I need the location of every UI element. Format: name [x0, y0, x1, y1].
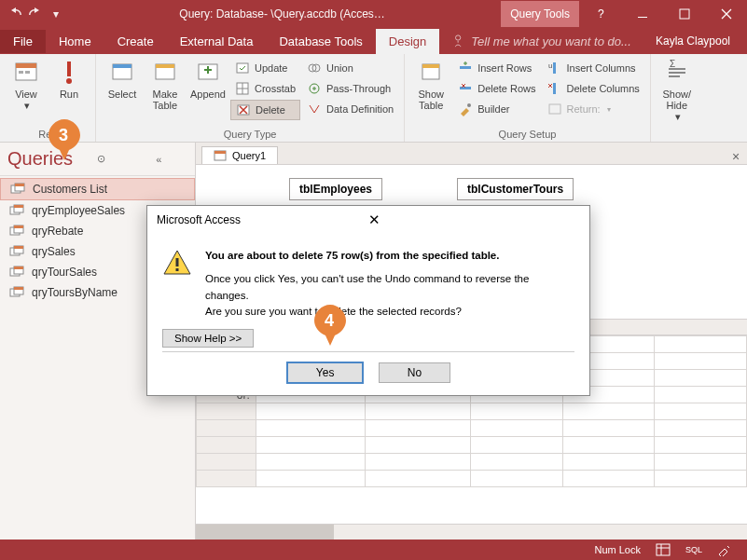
dialog-title: Microsoft Access: [157, 213, 368, 226]
data-definition-button[interactable]: Data Definition: [302, 100, 398, 118]
dialog-close-icon[interactable]: ✕: [368, 212, 580, 228]
svg-rect-45: [14, 266, 23, 269]
svg-rect-51: [657, 544, 670, 555]
group-query-type-label: Query Type: [102, 128, 398, 141]
svg-point-9: [66, 78, 72, 84]
dialog-body: Once you click Yes, you can't use the Un…: [205, 273, 529, 317]
svg-rect-2: [680, 9, 689, 19]
dialog-heading: You are about to delete 75 row(s) from t…: [205, 250, 499, 261]
view-design-icon[interactable]: [710, 543, 740, 556]
svg-rect-8: [67, 61, 71, 76]
crosstab-button[interactable]: Crosstab: [230, 79, 300, 98]
undo-icon[interactable]: [7, 7, 22, 21]
svg-rect-1: [638, 17, 647, 18]
menu-external-data[interactable]: External Data: [167, 30, 267, 53]
nav-collapse-icon[interactable]: «: [131, 152, 187, 167]
confirm-delete-dialog: Microsoft Access ✕ You are about to dele…: [146, 205, 590, 396]
menu-design[interactable]: Design: [376, 29, 439, 54]
status-numlock: Num Lock: [587, 544, 648, 555]
svg-point-3: [456, 35, 461, 40]
svg-rect-28: [553, 83, 556, 94]
nav-item-customers-list[interactable]: Customers List: [0, 178, 195, 200]
document-tabs: Query1 ×: [196, 143, 747, 165]
select-query-button[interactable]: Select: [102, 57, 143, 102]
svg-text:4: 4: [325, 311, 334, 330]
tell-me-placeholder: Tell me what you want to do...: [471, 34, 631, 48]
svg-rect-52: [176, 258, 179, 266]
window-title: Query: Database- \Query.accdb (Acces…: [63, 7, 501, 20]
nav-header[interactable]: Queries ⊙ «: [0, 143, 195, 176]
svg-rect-5: [16, 63, 36, 68]
svg-rect-53: [176, 268, 179, 271]
table-box-customertours[interactable]: tblCustomerTours: [457, 178, 574, 200]
delete-query-button[interactable]: Delete: [230, 100, 300, 120]
svg-rect-39: [14, 225, 23, 228]
nav-dropdown-icon[interactable]: ⊙: [73, 152, 130, 167]
yes-button[interactable]: Yes: [286, 362, 365, 384]
svg-rect-11: [113, 64, 131, 68]
redo-icon[interactable]: [28, 7, 43, 21]
svg-rect-13: [156, 64, 174, 68]
union-button[interactable]: Union: [302, 59, 398, 77]
builder-button[interactable]: Builder: [453, 100, 540, 118]
contextual-tab-group: Query Tools: [501, 1, 579, 27]
menu-database-tools[interactable]: Database Tools: [266, 30, 375, 53]
svg-rect-26: [553, 62, 556, 74]
insert-columns-button[interactable]: uInsert Columns: [543, 59, 644, 77]
show-table-button[interactable]: Show Table: [410, 57, 451, 114]
warning-icon: [162, 248, 192, 278]
menu-file[interactable]: File: [0, 30, 46, 53]
group-query-setup-label: Query Setup: [410, 128, 644, 141]
tell-me-search[interactable]: Tell me what you want to do...: [439, 34, 639, 48]
make-table-button[interactable]: Make Table: [145, 57, 186, 114]
menu-bar: File Home Create External Data Database …: [0, 28, 747, 54]
callout-4: 4: [314, 305, 346, 346]
svg-rect-42: [14, 246, 23, 249]
close-button[interactable]: [705, 0, 747, 28]
grid-horizontal-scrollbar[interactable]: [196, 524, 747, 540]
caret-down-icon[interactable]: ▾: [48, 7, 63, 21]
no-button[interactable]: No: [379, 362, 450, 383]
svg-text:Σ: Σ: [670, 60, 675, 69]
svg-rect-23: [460, 66, 471, 69]
maximize-button[interactable]: [663, 0, 705, 28]
svg-rect-36: [14, 205, 23, 208]
tab-close-icon[interactable]: ×: [732, 149, 747, 164]
show-help-button[interactable]: Show Help >>: [162, 329, 254, 348]
svg-text:?: ?: [598, 7, 604, 20]
show-hide-button[interactable]: Σ Show/ Hide▾: [657, 57, 698, 125]
view-sql-icon[interactable]: SQL: [678, 545, 710, 554]
svg-rect-33: [15, 184, 24, 186]
delete-rows-button[interactable]: Delete Rows: [453, 79, 540, 98]
svg-rect-6: [19, 71, 23, 74]
view-datasheet-icon[interactable]: [648, 543, 678, 556]
callout-3: 3: [48, 119, 80, 160]
passthrough-button[interactable]: Pass-Through: [302, 79, 398, 98]
return-dropdown[interactable]: Return:▾: [543, 100, 644, 118]
svg-text:3: 3: [59, 126, 68, 144]
svg-rect-50: [214, 151, 226, 154]
svg-rect-29: [549, 104, 560, 114]
menu-home[interactable]: Home: [46, 30, 104, 53]
svg-rect-15: [237, 63, 248, 73]
svg-rect-48: [14, 287, 23, 290]
append-button[interactable]: Append: [187, 57, 228, 102]
menu-create[interactable]: Create: [104, 30, 167, 53]
tab-query1[interactable]: Query1: [201, 146, 278, 164]
account-name[interactable]: Kayla Claypool: [639, 34, 747, 48]
view-button[interactable]: View▾: [6, 57, 47, 114]
minimize-button[interactable]: [621, 0, 663, 28]
update-query-button[interactable]: Update: [230, 59, 300, 77]
delete-columns-button[interactable]: Delete Columns: [543, 79, 644, 98]
insert-rows-button[interactable]: Insert Rows: [453, 59, 540, 77]
svg-rect-22: [422, 64, 439, 68]
status-bar: Num Lock SQL: [0, 540, 747, 560]
ribbon: View▾ Run Res Select Make Table Append: [0, 54, 747, 143]
help-icon[interactable]: ?: [579, 0, 621, 28]
title-bar: ▾ Query: Database- \Query.accdb (Acces… …: [0, 0, 747, 28]
run-button[interactable]: Run: [48, 57, 90, 102]
table-box-employees[interactable]: tblEmployees: [289, 178, 382, 200]
svg-rect-7: [25, 71, 30, 74]
svg-point-25: [467, 103, 471, 107]
svg-text:u: u: [548, 61, 552, 70]
